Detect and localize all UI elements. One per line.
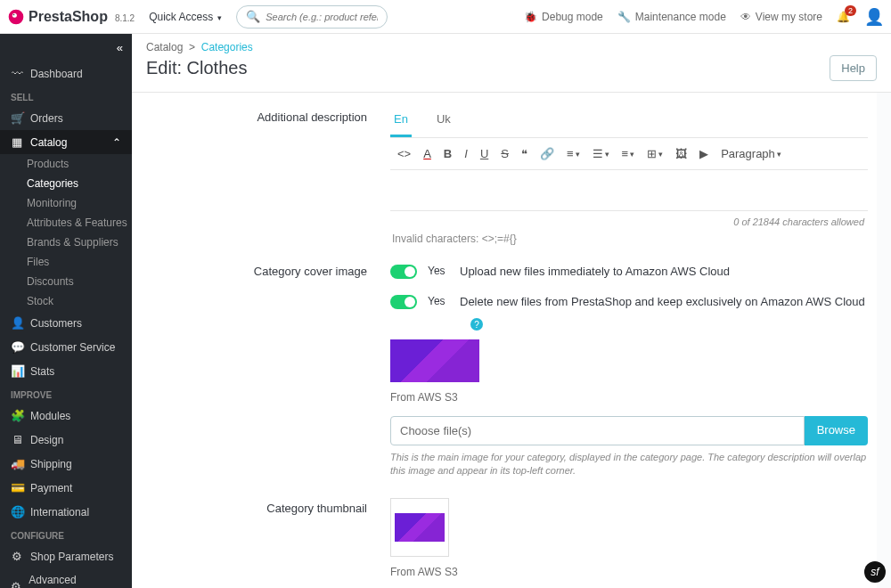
gear-icon: ⚙ [11,550,23,563]
stats-icon: 📊 [11,364,23,378]
chevron-left-icon: « [117,41,123,54]
section-sell: SELL [0,86,132,106]
sidebar-payment[interactable]: 💳Payment [0,476,132,500]
invalid-chars: Invalid characters: <>;=#{} [390,231,868,250]
cover-help-text: This is the main image for your category… [390,445,868,487]
user-icon: 👤 [864,7,884,27]
view-store[interactable]: 👁View my store [740,11,822,23]
number-list-icon[interactable]: ≡ [622,147,635,160]
switch-upload-aws[interactable] [390,265,417,279]
puzzle-icon: 🧩 [11,409,23,422]
logo[interactable]: PrestaShop 8.1.2 [7,8,135,26]
sidebar-item-files[interactable]: Files [27,252,132,272]
sidebar-customers[interactable]: 👤Customers [0,311,132,335]
help-tooltip[interactable]: ? [470,318,483,331]
sidebar-item-categories[interactable]: Categories [27,174,132,193]
debug-mode[interactable]: 🐞Debug mode [524,11,603,23]
sidebar-stats[interactable]: 📊Stats [0,359,132,383]
source-icon[interactable]: <> [397,147,411,160]
search-input[interactable] [266,12,378,22]
collapse-sidebar[interactable]: « [0,34,132,61]
help-button[interactable]: Help [830,55,877,81]
image-icon[interactable]: 🖼 [675,147,687,160]
switch-label: Yes [428,295,449,307]
globe-icon: 🌐 [11,505,23,519]
switch-desc-upload: Upload new files immediately to Amazon A… [460,265,730,278]
page-title: Edit: Clothes [146,58,247,78]
switch-desc-delete: Delete new files from PrestaShop and kee… [460,295,865,308]
breadcrumb-categories[interactable]: Categories [201,41,253,53]
eye-icon: 👁 [740,11,751,23]
sidebar-catalog[interactable]: ▦Catalog⌃ [0,130,132,154]
quick-access-menu[interactable]: Quick Access [143,7,227,27]
search-box[interactable]: 🔍 [236,5,388,29]
cart-icon: 🛒 [11,111,23,125]
monitor-icon: 🖥 [11,433,23,446]
bug-icon: 🐞 [524,11,537,23]
sidebar-item-stock[interactable]: Stock [27,291,132,311]
quote-icon[interactable]: ❝ [521,147,527,160]
section-configure: CONFIGURE [0,524,132,544]
sidebar-adv-params[interactable]: ⚙Advanced Parameters [0,568,132,588]
tab-en[interactable]: En [390,107,412,137]
sidebar-item-monitoring[interactable]: Monitoring [27,193,132,213]
bullet-list-icon[interactable]: ☰ [593,147,609,160]
align-icon[interactable]: ≡ [567,147,580,160]
cover-image-preview [390,339,479,382]
chevron-up-icon: ⌃ [112,136,121,149]
char-counter: 0 of 21844 characters allowed [390,211,868,231]
breadcrumb: Catalog > Categories [132,34,891,53]
sidebar-orders[interactable]: 🛒Orders [0,106,132,130]
sidebar-item-discounts[interactable]: Discounts [27,272,132,291]
truck-icon: 🚚 [11,457,23,470]
label-cover-image: Category cover image [132,261,390,487]
rte-editor[interactable] [390,170,868,211]
italic-icon[interactable]: I [464,147,468,160]
sidebar-modules[interactable]: 🧩Modules [0,404,132,428]
switch-label: Yes [428,265,449,277]
from-aws-label: From AWS S3 [390,382,868,407]
underline-icon[interactable]: U [480,147,488,160]
label-additional-desc: Additional description [132,107,390,250]
svg-point-2 [13,13,15,15]
table-icon[interactable]: ⊞ [647,147,663,160]
sidebar-shipping[interactable]: 🚚Shipping [0,452,132,476]
sidebar-item-attributes[interactable]: Attributes & Features [27,213,132,233]
symfony-badge[interactable]: sf [864,561,886,583]
cover-browse-button[interactable]: Browse [805,416,868,445]
strike-icon[interactable]: S [501,147,509,160]
sidebar-international[interactable]: 🌐International [0,500,132,524]
sidebar-item-brands[interactable]: Brands & Suppliers [27,233,132,252]
chat-icon: 💬 [11,340,23,354]
catalog-icon: ▦ [11,135,23,149]
thumbnail-preview [395,513,445,542]
user-icon: 👤 [11,316,23,330]
link-icon[interactable]: 🔗 [540,147,554,160]
card-icon: 💳 [11,481,23,494]
maintenance-mode[interactable]: 🔧Maintenance mode [617,11,726,23]
bold-icon[interactable]: B [444,147,452,160]
tab-uk[interactable]: Uk [433,107,454,137]
profile-menu[interactable]: 👤 [864,7,884,27]
from-aws-label: From AWS S3 [390,557,868,582]
sidebar-dashboard[interactable]: 〰Dashboard [0,61,132,86]
section-improve: IMPROVE [0,383,132,404]
text-color-icon[interactable]: A [423,147,431,160]
search-icon: 🔍 [246,10,260,23]
rte-toolbar: <> A B I U S ❝ 🔗 ≡ ☰ ≡ [390,138,868,170]
cover-file-input[interactable]: Choose file(s) [390,416,805,445]
switch-delete-local[interactable] [390,295,417,309]
sidebar-customer-service[interactable]: 💬Customer Service [0,335,132,359]
notifications[interactable]: 🔔2 [837,11,850,23]
thumbnail-preview-wrap [390,498,449,557]
video-icon[interactable]: ▶ [699,147,708,160]
dashboard-icon: 〰 [11,67,23,80]
sidebar-shop-params[interactable]: ⚙Shop Parameters [0,544,132,568]
sidebar-item-products[interactable]: Products [27,154,132,174]
wrench-icon: 🔧 [617,11,631,23]
label-thumbnail: Category thumbnail [132,498,390,588]
sidebar-design[interactable]: 🖥Design [0,428,132,452]
svg-point-1 [12,12,17,17]
cogs-icon: ⚙ [11,580,21,589]
paragraph-select[interactable]: Paragraph [721,147,781,160]
